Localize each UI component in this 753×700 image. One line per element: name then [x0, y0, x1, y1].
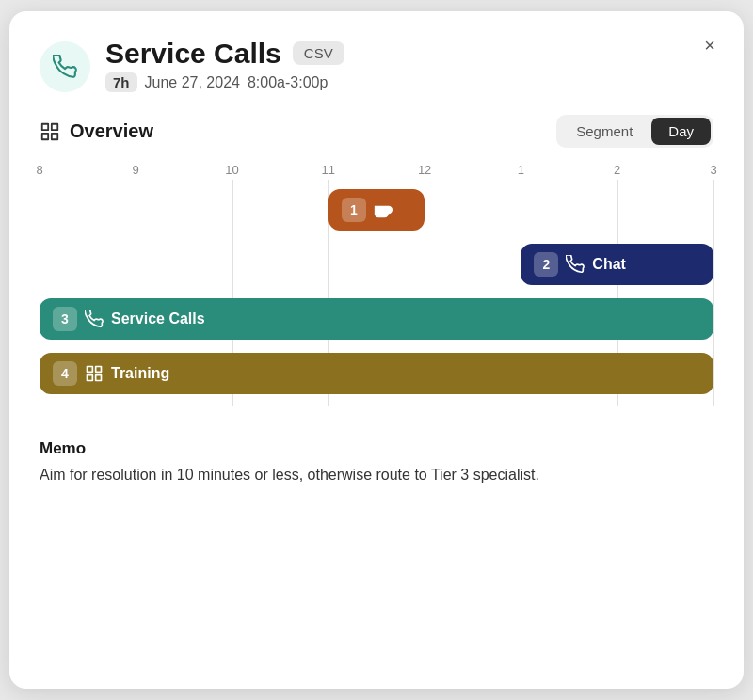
phone-icon	[53, 55, 77, 79]
close-button[interactable]: ×	[695, 30, 725, 60]
bar-1-num: 1	[342, 198, 366, 222]
bar-2-num: 2	[534, 252, 558, 277]
time-label-8: 8	[36, 163, 42, 177]
time-label-1: 1	[518, 163, 524, 177]
time-label-2: 2	[614, 163, 620, 177]
svg-point-5	[382, 211, 384, 213]
time-label-11: 11	[322, 163, 335, 177]
subtitle: 7h June 27, 2024 8:00a-3:00p	[105, 72, 344, 92]
csv-badge[interactable]: CSV	[293, 41, 344, 65]
bar-4-label: Training	[111, 365, 169, 382]
svg-rect-1	[52, 123, 57, 129]
title-row: Service Calls CSV	[105, 38, 344, 69]
toggle-group: Segment Day	[556, 115, 713, 148]
header-text: Service Calls CSV 7h June 27, 2024 8:00a…	[105, 38, 344, 92]
timeline: 8 9 10 11 12 1 2 3 1	[40, 163, 713, 406]
bar-training[interactable]: 4 Training	[40, 353, 713, 394]
svg-rect-8	[96, 367, 102, 373]
time-label-12: 12	[418, 163, 431, 177]
svg-rect-9	[88, 375, 93, 381]
training-icon	[85, 364, 104, 383]
bar-3-label: Service Calls	[111, 310, 205, 327]
svg-rect-10	[96, 375, 102, 381]
memo-section: Memo Aim for resolution in 10 minutes or…	[40, 432, 713, 486]
memo-title: Memo	[40, 439, 713, 458]
layout-icon	[40, 121, 60, 142]
memo-text: Aim for resolution in 10 minutes or less…	[40, 464, 713, 486]
coffee-icon	[374, 200, 393, 219]
hours-badge: 7h	[105, 72, 137, 92]
day-button[interactable]: Day	[651, 118, 711, 145]
time-label-9: 9	[133, 163, 139, 177]
svg-rect-0	[42, 123, 48, 129]
svg-point-6	[384, 211, 386, 213]
bar-4-num: 4	[53, 361, 77, 386]
chat-phone-icon	[566, 255, 585, 274]
bar-chat[interactable]: 2 Chat	[521, 244, 713, 285]
header: Service Calls CSV 7h June 27, 2024 8:00a…	[40, 38, 713, 92]
time-label-3: 3	[710, 163, 716, 177]
segment-button[interactable]: Segment	[559, 118, 649, 145]
svg-rect-7	[88, 367, 93, 373]
date-text: June 27, 2024	[145, 74, 240, 91]
time-range-text: 8:00a-3:00p	[248, 74, 328, 91]
timeline-grid: 1 2	[40, 180, 713, 406]
header-icon-circle	[40, 41, 90, 92]
svg-rect-3	[52, 133, 57, 138]
service-phone-icon	[85, 310, 104, 328]
svg-rect-2	[42, 133, 48, 138]
bar-2-label: Chat	[592, 256, 626, 273]
overview-left: Overview	[40, 120, 153, 142]
page-title: Service Calls	[105, 38, 281, 69]
overview-label: Overview	[70, 120, 153, 142]
time-label-10: 10	[225, 163, 238, 177]
modal-card: × Service Calls CSV 7h June 27, 2024 8:0…	[9, 11, 744, 689]
bar-service-calls[interactable]: 3 Service Calls	[40, 298, 713, 340]
bar-break[interactable]: 1	[328, 189, 425, 231]
grid-line-3	[713, 180, 714, 406]
overview-row: Overview Segment Day	[40, 115, 713, 148]
svg-point-4	[379, 211, 381, 213]
bar-3-num: 3	[53, 307, 77, 331]
